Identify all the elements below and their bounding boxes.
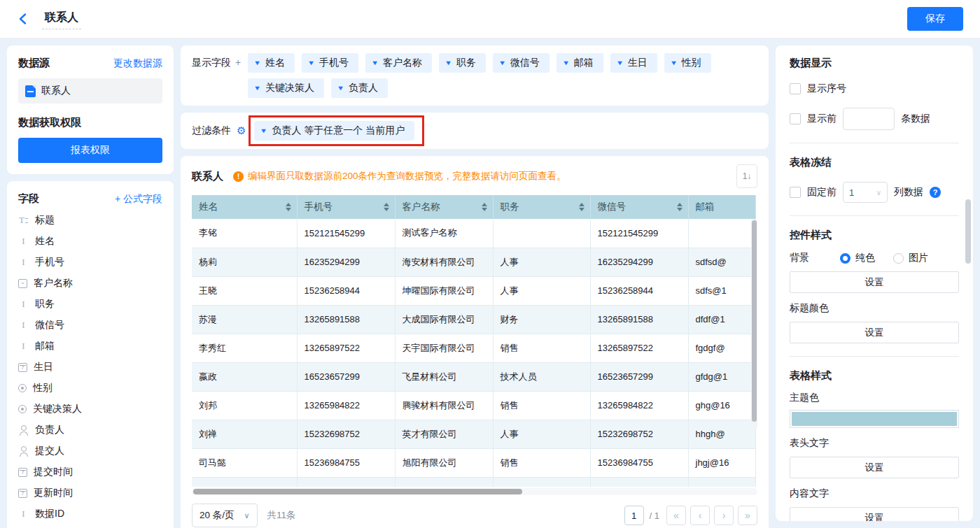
show-first-count-input[interactable]	[843, 108, 895, 130]
field-item[interactable]: 生日	[18, 357, 162, 378]
help-icon[interactable]: ?	[930, 187, 941, 198]
display-field-chip[interactable]: ▼姓名	[248, 53, 295, 73]
column-header[interactable]: 职务	[493, 195, 590, 219]
column-header[interactable]: 手机号	[297, 195, 395, 219]
background-set-button[interactable]: 设置	[790, 271, 959, 293]
table-row[interactable]: 刘禅15232698752英才有限公司人事15232698752hhgh@	[192, 420, 755, 448]
display-field-chip[interactable]: ▼性别	[664, 53, 711, 73]
formula-field-link[interactable]: + 公式字段	[115, 193, 162, 206]
table-row[interactable]: 李铭152121545299测试客户名称152121545299	[192, 219, 755, 248]
table-row[interactable]: 司马懿15236984755旭阳有限公司销售15236984755jhgj@16	[192, 448, 755, 477]
chip-label: 客户名称	[383, 57, 422, 69]
field-item-label: 微信号	[35, 319, 64, 331]
sort-arrows-icon[interactable]	[482, 203, 487, 211]
filter-settings-icon[interactable]: ⚙	[237, 124, 246, 137]
column-header[interactable]: 邮箱	[688, 195, 755, 219]
field-item[interactable]: 数据ID	[18, 504, 162, 525]
add-display-field-button[interactable]: +	[235, 57, 241, 98]
display-field-chip[interactable]: ▼负责人	[331, 78, 388, 98]
display-field-chip[interactable]: ▼职务	[439, 53, 486, 73]
column-header[interactable]: 微信号	[590, 195, 688, 219]
field-item[interactable]: 姓名	[18, 231, 162, 252]
sort-order-button[interactable]: 1↓	[736, 164, 757, 188]
display-field-chip[interactable]: ▼邮箱	[556, 53, 603, 73]
save-button[interactable]: 保存	[907, 7, 963, 31]
table-cell: 13265897522	[590, 334, 688, 362]
table-cell: 腾骏材料有限公司	[395, 391, 493, 420]
preview-warning: ! 编辑界面只取数据源前200条作为查询数据预览，完整数据请访问页面查看。	[233, 170, 566, 183]
column-header[interactable]: 客户名称	[395, 195, 493, 219]
back-icon[interactable]	[17, 12, 31, 26]
chip-label: 关键决策人	[265, 82, 314, 94]
field-item[interactable]: 提交时间	[18, 462, 162, 483]
field-item[interactable]: 邮箱	[18, 336, 162, 357]
field-item[interactable]: 提交人	[18, 441, 162, 462]
current-page-box[interactable]: 1	[624, 506, 644, 525]
display-field-chips: ▼姓名▼手机号▼客户名称▼职务▼微信号▼邮箱▼生日▼性别▼关键决策人▼负责人	[248, 53, 757, 98]
display-field-chip[interactable]: ▼客户名称	[365, 53, 432, 73]
vertical-scrollbar[interactable]	[751, 219, 757, 429]
radio-selected-icon	[840, 253, 850, 264]
field-item[interactable]: 负责人	[18, 420, 162, 441]
chevron-down-icon: ▼	[253, 85, 261, 92]
sort-arrows-icon[interactable]	[677, 203, 682, 211]
display-field-chip[interactable]: ▼关键决策人	[248, 78, 324, 98]
field-item[interactable]: 手机号	[18, 252, 162, 273]
field-item-label: 职务	[35, 298, 55, 311]
panel-scrollbar[interactable]	[965, 199, 971, 264]
table-row[interactable]: 王晓15236258944坤曜国际有限公司人事15236258944sdfs@1	[192, 276, 755, 305]
sort-arrows-icon[interactable]	[286, 203, 291, 211]
horizontal-scrollbar[interactable]	[192, 488, 757, 495]
field-item[interactable]: 关键决策人	[18, 399, 162, 420]
field-item[interactable]: 职务	[18, 294, 162, 315]
content-text-set-button[interactable]: 设置	[790, 507, 959, 521]
change-datasource-link[interactable]: 更改数据源	[113, 57, 162, 70]
field-item-label: 提交人	[35, 445, 64, 457]
horizontal-scrollbar-thumb[interactable]	[193, 489, 522, 494]
sort-arrows-icon[interactable]	[384, 203, 389, 211]
field-item-label: 提交时间	[34, 466, 73, 478]
field-item[interactable]: 标题	[18, 210, 162, 231]
radio-field-icon	[18, 384, 27, 392]
bg-image-radio[interactable]: 图片	[893, 252, 928, 264]
table-cell: 李秀红	[192, 334, 297, 362]
display-field-chip[interactable]: ▼手机号	[302, 53, 358, 73]
prev-page-button[interactable]: ‹	[690, 506, 710, 525]
datasource-item[interactable]: 联系人	[18, 78, 162, 104]
title-color-set-button[interactable]: 设置	[790, 322, 959, 343]
freeze-checkbox[interactable]	[790, 187, 801, 198]
show-index-checkbox[interactable]	[790, 83, 801, 94]
chevron-down-icon: ▼	[371, 59, 379, 66]
page-size-select[interactable]: 20 条/页 ∨	[192, 504, 258, 527]
table-row[interactable]: 刘邦13265984822腾骏材料有限公司销售13265984822ghg@16	[192, 391, 755, 420]
report-permission-button[interactable]: 报表权限	[18, 138, 162, 163]
chevron-down-icon: ▼	[260, 127, 267, 134]
filter-condition-text: 负责人 等于任意一个 当前用户	[272, 124, 405, 137]
table-row[interactable]: 杨莉16235294299海安材料有限公司人事16235294299sdfsd@	[192, 248, 755, 276]
table-row[interactable]: 嬴政16523657299飞星材料公司技术人员16523657299gfdg@1	[192, 362, 755, 391]
field-item[interactable]: 微信号	[18, 315, 162, 336]
sort-arrows-icon[interactable]	[579, 203, 584, 211]
freeze-column-select[interactable]: 1 ∨	[843, 182, 888, 203]
field-item[interactable]: 性别	[18, 378, 162, 399]
field-item[interactable]: 客户名称	[18, 273, 162, 294]
background-label: 背景	[790, 252, 840, 264]
table-cell: 王晓	[192, 276, 297, 305]
theme-color-picker[interactable]	[790, 410, 959, 428]
first-page-button[interactable]: «	[666, 506, 686, 525]
filter-condition-chip[interactable]: ▼ 负责人 等于任意一个 当前用户	[254, 121, 414, 141]
display-field-chip[interactable]: ▼生日	[610, 53, 657, 73]
show-first-checkbox[interactable]	[790, 113, 801, 124]
field-item-label: 生日	[34, 361, 53, 373]
bg-solid-radio[interactable]: 纯色	[840, 252, 875, 264]
field-item[interactable]: 更新时间	[18, 483, 162, 504]
next-page-button[interactable]: ›	[714, 506, 734, 525]
table-row[interactable]: 李秀红13265897522天宇国际有限公司销售13265897522fgdgf…	[192, 334, 755, 362]
page-title[interactable]: 联系人	[42, 9, 81, 29]
radio-field-icon	[18, 405, 27, 413]
table-row[interactable]: 苏漫13265891588大成国际有限公司财务13265891588dfdf@1	[192, 305, 755, 334]
last-page-button[interactable]: »	[738, 506, 757, 525]
header-text-set-button[interactable]: 设置	[790, 457, 959, 478]
column-header[interactable]: 姓名	[192, 195, 297, 219]
display-field-chip[interactable]: ▼微信号	[493, 53, 550, 73]
